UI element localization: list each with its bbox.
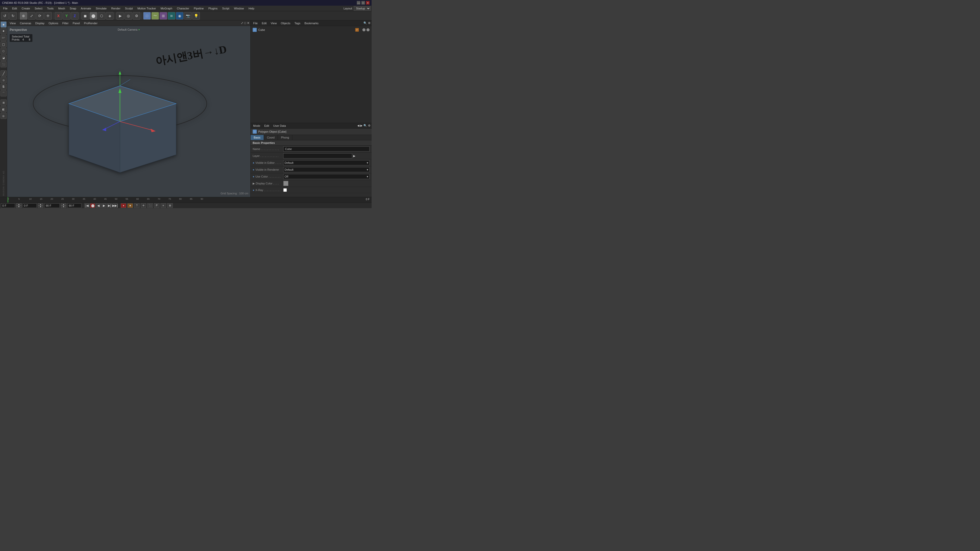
scale-tool-button[interactable]: ⤢ [28, 12, 35, 20]
minimize-button[interactable]: — [357, 1, 360, 5]
prop-mode-btn[interactable]: Mode [251, 124, 262, 127]
menu-script[interactable]: Script [220, 6, 231, 11]
move-tool-button[interactable]: ⊕ [20, 12, 27, 20]
vis-editor-dot[interactable] [363, 28, 366, 32]
record-btn[interactable]: ⬤ [90, 203, 95, 208]
poly-mode-button[interactable]: ◈ [106, 12, 114, 20]
prop-search-icon[interactable]: 🔍 [363, 124, 367, 127]
end-up-btn[interactable]: ▲ [61, 203, 66, 206]
obj-settings-icon[interactable]: ⚙ [368, 21, 371, 25]
prop-layer-input[interactable] [283, 153, 352, 159]
menu-edit[interactable]: Edit [10, 6, 19, 11]
sidebar-extrude-btn[interactable]: ⬛ [0, 61, 6, 67]
light-button[interactable]: 💡 [192, 12, 200, 20]
sidebar-model-btn[interactable]: ◼ [0, 21, 6, 27]
spline-button[interactable]: 〜 [151, 12, 159, 20]
prev-frame-btn[interactable]: ◀ [96, 203, 101, 208]
start-down-btn[interactable]: ▼ [38, 206, 43, 208]
menu-create[interactable]: Create [20, 6, 32, 11]
menu-tools[interactable]: Tools [45, 6, 56, 11]
prop-use-color-dropdown[interactable]: Off ▾ [283, 174, 369, 179]
transform-button[interactable]: ✛ [44, 12, 52, 20]
menu-sculpt[interactable]: Sculpt [123, 6, 135, 11]
color-swatch[interactable] [283, 181, 288, 186]
frame-down-btn[interactable]: ▼ [16, 206, 22, 208]
obj-bookmarks-btn[interactable]: Bookmarks [303, 21, 320, 25]
vis-renderer-dot[interactable] [366, 28, 369, 32]
render-button[interactable]: ◎ [124, 12, 132, 20]
sidebar-cube-btn[interactable]: ⬡ [0, 48, 6, 54]
y-axis-button[interactable]: Y [63, 12, 70, 20]
vp-close-btn[interactable]: ✕ [247, 21, 249, 25]
prop-next-icon[interactable]: ▶ [360, 124, 363, 127]
prop-name-input[interactable] [283, 146, 369, 151]
vp-menu-filter[interactable]: Filter [61, 21, 70, 25]
close-button[interactable]: ✕ [366, 1, 369, 5]
play-indicator-btn[interactable]: P [154, 203, 159, 208]
sidebar-vis-btn[interactable]: ◎ [0, 113, 6, 119]
sidebar-layers-btn[interactable]: ⊞ [0, 100, 6, 106]
vp-menu-prorender[interactable]: ProRender [83, 21, 99, 25]
obj-objects-btn[interactable]: Objects [279, 21, 292, 25]
prop-edit-btn[interactable]: Edit [263, 124, 271, 127]
edge-mode-button[interactable]: ⬡ [98, 12, 105, 20]
prop-layer-btn[interactable]: ▶ [353, 154, 355, 158]
menu-help[interactable]: Help [247, 6, 256, 11]
nurbs-button[interactable]: ⊞ [159, 12, 167, 20]
prop-xray-checkbox[interactable] [283, 188, 287, 192]
undo-button[interactable]: ↺ [1, 12, 9, 20]
end-frame-input[interactable] [45, 203, 60, 208]
fps-input[interactable] [67, 203, 81, 208]
frame-up-btn[interactable]: ▲ [16, 203, 22, 206]
sidebar-select-btn[interactable]: ▢ [0, 41, 6, 48]
menu-motion-tracker[interactable]: Motion Tracker [135, 6, 158, 11]
vp-menu-view[interactable]: View [8, 21, 18, 25]
vp-move-btn[interactable]: ⤢ [241, 21, 243, 25]
menu-file[interactable]: File [1, 6, 10, 11]
current-frame-input[interactable] [1, 203, 15, 208]
layers-indicator[interactable]: ⊞ [167, 203, 173, 208]
menu-select[interactable]: Select [33, 6, 45, 11]
restore-button[interactable]: □ [361, 1, 365, 5]
menu-snap[interactable]: Snap [68, 6, 78, 11]
end-down-btn[interactable]: ▼ [61, 206, 66, 208]
cube-object-button[interactable]: □ [143, 12, 151, 20]
menu-render[interactable]: Render [109, 6, 123, 11]
obj-edit-btn[interactable]: Edit [260, 21, 268, 25]
next-frame-btn[interactable]: ▶| [107, 203, 112, 208]
vp-menu-options[interactable]: Options [47, 21, 60, 25]
timeline-record-button[interactable]: ▶ [116, 12, 124, 20]
camera-button[interactable]: 📷 [184, 12, 192, 20]
tab-coord[interactable]: Coord [264, 135, 278, 140]
z-axis-button[interactable]: Z [71, 12, 79, 20]
prop-settings-icon[interactable]: ⚙ [368, 124, 371, 127]
cube-object-item[interactable]: □ Cube P [251, 27, 371, 33]
start-frame-input[interactable] [23, 203, 37, 208]
goto-end-btn[interactable]: ▶▶| [113, 203, 118, 208]
question-indicator[interactable]: ? [134, 203, 140, 208]
render-settings-button[interactable]: ⚙ [133, 12, 140, 20]
sidebar-s-btn[interactable]: S [0, 84, 6, 90]
prop-vis-renderer-dropdown[interactable]: Default ▾ [283, 167, 369, 172]
rotate-tool-button[interactable]: ⟳ [36, 12, 44, 20]
stop-indicator[interactable]: ■ [127, 203, 133, 208]
motion-indicator[interactable]: ≡ [161, 203, 166, 208]
sidebar-edge-btn[interactable]: ◪ [0, 55, 6, 61]
deformer-button[interactable]: ≋ [168, 12, 175, 20]
menu-animate[interactable]: Animate [79, 6, 93, 11]
obj-tags-btn[interactable]: Tags [293, 21, 302, 25]
redo-button[interactable]: ↻ [9, 12, 17, 20]
viewport[interactable]: Perspective Default Camera ● Selected To… [7, 26, 250, 197]
menu-character[interactable]: Character [175, 6, 191, 11]
auto-key-indicator[interactable]: ⬛ [147, 203, 153, 208]
obj-view-btn[interactable]: View [269, 21, 278, 25]
key-indicator[interactable]: ✛ [141, 203, 146, 208]
sidebar-paint-btn[interactable]: ✱ [0, 28, 6, 34]
x-axis-button[interactable]: X [55, 12, 62, 20]
prop-vis-editor-dropdown[interactable]: Default ▾ [283, 160, 369, 165]
play-btn[interactable]: ▶ [101, 203, 107, 208]
tab-phong[interactable]: Phong [278, 135, 293, 140]
vp-menu-display[interactable]: Display [34, 21, 46, 25]
start-up-btn[interactable]: ▲ [38, 203, 43, 206]
record-indicator[interactable]: ● [121, 203, 126, 208]
